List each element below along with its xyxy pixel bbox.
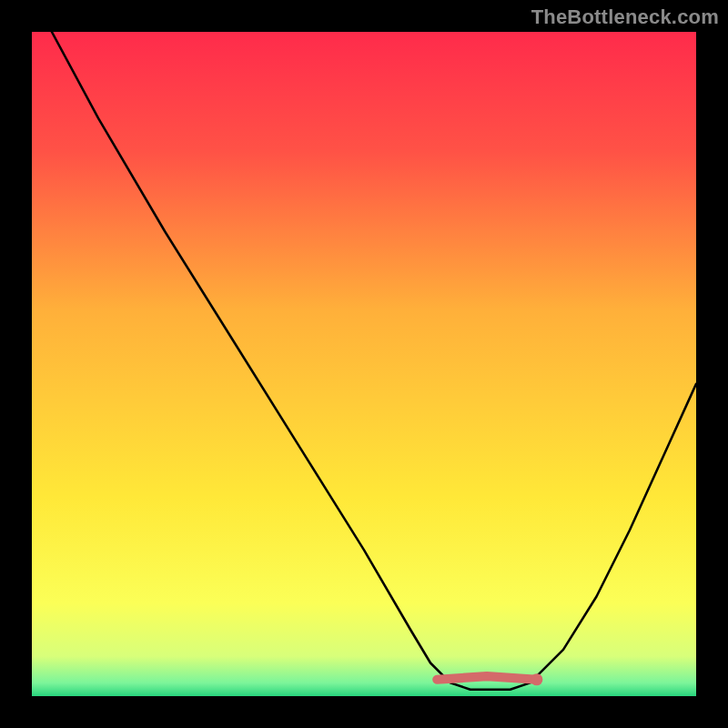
plot-area (32, 32, 696, 696)
chart-frame: TheBottleneck.com (0, 0, 728, 728)
bottleneck-curve (52, 32, 696, 690)
optimal-band-marker (437, 676, 537, 680)
optimal-point-marker (531, 673, 542, 685)
curve-overlay (32, 32, 696, 696)
watermark-text: TheBottleneck.com (531, 5, 719, 29)
